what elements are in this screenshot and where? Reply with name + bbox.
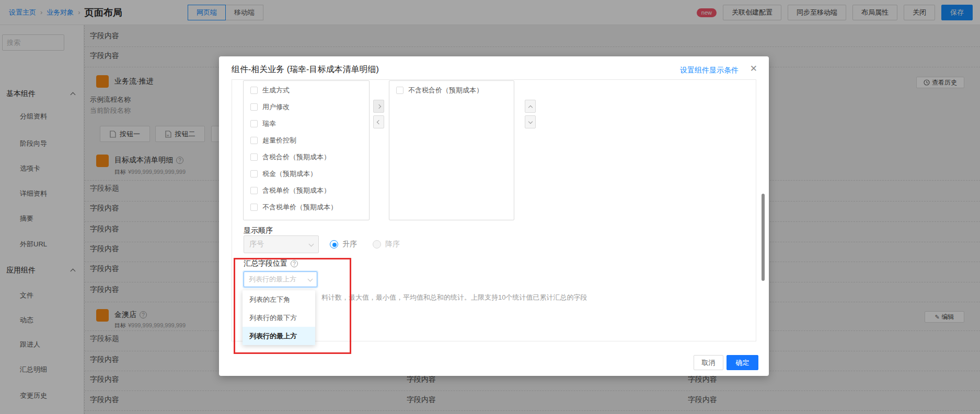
checkbox-icon[interactable] bbox=[250, 103, 258, 111]
checkbox-icon[interactable] bbox=[250, 137, 258, 144]
field-option-label: 税金（预期成本） bbox=[262, 169, 317, 179]
descending-label: 降序 bbox=[385, 240, 400, 249]
field-option-row[interactable]: 不含税合价（预期成本） bbox=[389, 82, 514, 99]
field-option-label: 不含税单价（预期成本） bbox=[262, 203, 337, 212]
available-fields-list[interactable]: 生成方式 用户修改 瑞幸 超量价控制 bbox=[243, 80, 370, 220]
field-option-label: 含税单价（预期成本） bbox=[262, 186, 330, 195]
field-option-label: 不含税合价（预期成本） bbox=[408, 86, 483, 95]
checkbox-icon[interactable] bbox=[250, 170, 258, 178]
stats-hint-text: 料计数，最大值，最小值，平均值和总和的统计。上限支持10个统计值已累计汇总的字段 bbox=[321, 293, 614, 302]
descending-radio[interactable] bbox=[373, 240, 381, 249]
chevron-down-icon bbox=[309, 241, 314, 246]
field-option-label: 瑞幸 bbox=[262, 119, 276, 128]
field-option-row[interactable]: 含税合价（预期成本） bbox=[244, 149, 369, 165]
dropdown-option[interactable]: 列表行的最下方 bbox=[243, 309, 315, 327]
confirm-button[interactable]: 确定 bbox=[727, 355, 758, 370]
field-option-label: 超量价控制 bbox=[262, 136, 296, 145]
checkbox-icon[interactable] bbox=[250, 87, 258, 94]
field-option-row[interactable]: 超量价控制 bbox=[244, 132, 369, 149]
field-option-row[interactable]: 税金（预期成本） bbox=[244, 165, 369, 182]
field-option-label: 生成方式 bbox=[262, 86, 290, 95]
sort-direction-radios: 升序 降序 bbox=[330, 240, 411, 249]
dialog-title: 组件-相关业务 (瑞幸-目标成本清单明细) bbox=[232, 64, 379, 75]
move-right-button[interactable] bbox=[373, 100, 384, 113]
field-option-row[interactable]: 数量（预期成本） bbox=[244, 216, 369, 220]
related-business-component-dialog: 组件-相关业务 (瑞幸-目标成本清单明细) 设置组件显示条件 生成方式 用户修改… bbox=[219, 56, 769, 376]
chevron-down-icon bbox=[308, 276, 313, 281]
display-order-label: 显示顺序 bbox=[244, 226, 273, 235]
checkbox-icon[interactable] bbox=[250, 120, 258, 127]
checkbox-icon[interactable] bbox=[250, 187, 258, 194]
field-option-row[interactable]: 生成方式 bbox=[244, 82, 369, 99]
summary-field-position-label: 汇总字段位置 bbox=[244, 259, 298, 268]
field-option-row[interactable]: 含税单价（预期成本） bbox=[244, 182, 369, 199]
dropdown-option[interactable]: 列表的左下角 bbox=[243, 290, 315, 309]
field-option-row[interactable]: 用户修改 bbox=[244, 99, 369, 115]
checkbox-icon[interactable] bbox=[250, 153, 258, 161]
checkbox-icon[interactable] bbox=[396, 87, 403, 94]
page: 设置主页 › 业务对象 › 页面布局 网页端 移动端 new 关联创建配置 同步… bbox=[0, 0, 980, 414]
set-display-condition-link[interactable]: 设置组件显示条件 bbox=[680, 66, 739, 75]
ascending-radio[interactable] bbox=[330, 240, 338, 249]
summary-position-select[interactable]: 列表行的最上方 bbox=[244, 271, 317, 287]
move-left-button[interactable] bbox=[373, 115, 384, 128]
move-up-button[interactable] bbox=[525, 100, 536, 113]
summary-position-dropdown: 列表的左下角 列表行的最下方 列表行的最上方 bbox=[243, 290, 315, 345]
field-option-label: 用户修改 bbox=[262, 102, 290, 112]
field-option-row[interactable]: 瑞幸 bbox=[244, 115, 369, 132]
selected-fields-list[interactable]: 不含税合价（预期成本） bbox=[389, 80, 514, 220]
field-option-label: 数量（预期成本） bbox=[262, 219, 317, 220]
scrollbar-thumb[interactable] bbox=[762, 194, 765, 281]
close-icon[interactable] bbox=[750, 63, 757, 74]
cancel-button[interactable]: 取消 bbox=[694, 355, 723, 370]
order-field-select[interactable]: 序号 bbox=[244, 235, 319, 253]
dropdown-option-selected[interactable]: 列表行的最上方 bbox=[243, 327, 315, 345]
field-option-label: 含税合价（预期成本） bbox=[262, 152, 330, 162]
checkbox-icon[interactable] bbox=[250, 204, 258, 211]
move-down-button[interactable] bbox=[525, 115, 536, 128]
question-icon[interactable] bbox=[291, 260, 298, 267]
field-option-row[interactable]: 不含税单价（预期成本） bbox=[244, 199, 369, 216]
ascending-label: 升序 bbox=[342, 240, 357, 249]
